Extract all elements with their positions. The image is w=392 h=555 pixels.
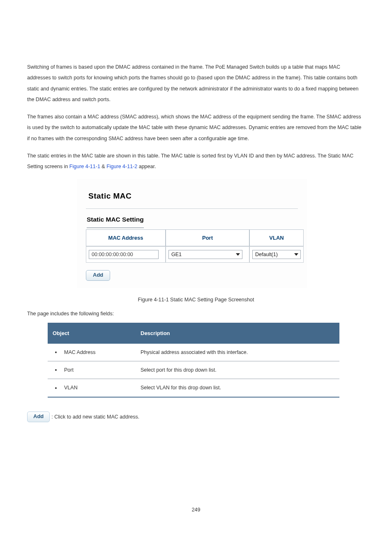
static-mac-screenshot: Static MAC Static MAC Setting MAC Addres… [76, 178, 307, 289]
port-select-value: GE1 [171, 249, 182, 260]
add-button-description: : Click to add new static MAC address. [51, 412, 139, 422]
bullet-icon [55, 352, 57, 353]
intro-paragraph-3: The static entries in the MAC table are … [27, 150, 365, 172]
p3-post: appear. [137, 164, 156, 169]
field-description: Physical address associated with this in… [136, 343, 339, 361]
intro-paragraph-2: The frames also contain a MAC address (S… [27, 111, 365, 144]
figure-link-4-11-2[interactable]: Figure 4-11-2 [106, 164, 137, 169]
fields-head-object: Object [48, 323, 136, 343]
col-header-vlan: VLAN [249, 229, 304, 246]
table-row: Port Select port for this drop down list… [48, 361, 339, 379]
field-description: Select port for this drop down list. [136, 361, 339, 379]
add-button-image: Add [27, 412, 50, 422]
mac-address-input[interactable] [89, 250, 159, 259]
figure-caption: Figure 4-11-1 Static MAC Setting Page Sc… [27, 294, 365, 305]
fields-description-table: Object Description MAC Address Physical … [48, 323, 339, 398]
screenshot-section-heading: Static MAC Setting [87, 213, 144, 228]
p3-mid: & [100, 164, 106, 169]
fields-head-description: Description [136, 323, 339, 343]
chevron-down-icon [294, 253, 298, 256]
table-row: GE1 Default(1) [86, 246, 304, 263]
vlan-select-value: Default(1) [255, 249, 278, 260]
field-description: Select VLAN for this drop down list. [136, 379, 339, 397]
col-header-port: Port [166, 229, 249, 246]
table-row: VLAN Select VLAN for this drop down list… [48, 379, 339, 397]
page-number: 249 [27, 504, 365, 515]
field-object: VLAN [64, 382, 78, 393]
figure-link-4-11-1[interactable]: Figure 4-11-1 [69, 164, 100, 169]
bullet-icon [55, 387, 57, 389]
screenshot-title: Static MAC [88, 188, 298, 204]
chevron-down-icon [236, 253, 240, 256]
port-select[interactable]: GE1 [168, 250, 242, 259]
bullet-icon [55, 369, 57, 371]
intro-paragraph-1: Switching of frames is based upon the DM… [27, 62, 365, 105]
field-object: Port [64, 365, 74, 375]
table-row: MAC Address Physical address associated … [48, 343, 339, 361]
col-header-mac: MAC Address [86, 229, 166, 246]
field-object: MAC Address [64, 347, 95, 358]
add-button[interactable]: Add [86, 270, 110, 281]
static-mac-form-table: MAC Address Port VLAN GE1 [86, 229, 304, 263]
fields-intro: The page includes the following fields: [27, 308, 365, 319]
button-description-row: Add : Click to add new static MAC addres… [27, 412, 365, 422]
vlan-select[interactable]: Default(1) [252, 250, 301, 259]
